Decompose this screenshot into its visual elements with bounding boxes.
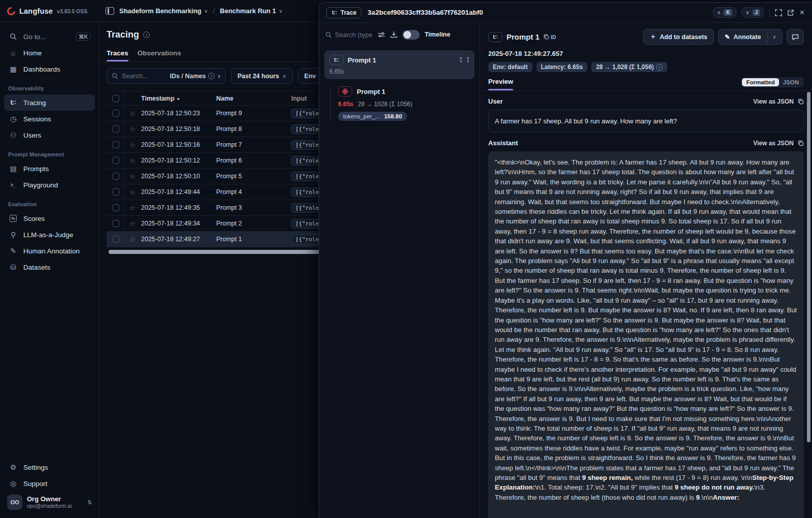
chat-bubble-icon: [792, 34, 799, 41]
goto-button[interactable]: Go to... ⌘K: [4, 28, 95, 45]
table-row[interactable]: ☆ 2025-07-18 12:50:16 Prompt 7 [{"role":…: [107, 137, 319, 153]
sidebar-item-home[interactable]: ⌂ Home: [4, 45, 95, 61]
expand-all-icon[interactable]: ∧∨: [459, 57, 462, 63]
copy-id-button[interactable]: ID: [544, 34, 556, 40]
table-row[interactable]: ☆ 2025-07-18 12:49:34 Prompt 2 [{"role":…: [107, 216, 319, 232]
col-timestamp[interactable]: Timestamp ▼: [140, 95, 216, 102]
tree-search-input[interactable]: Search (type: [325, 31, 373, 39]
select-all-checkbox[interactable]: [112, 95, 119, 102]
input-preview: [{"role":"user: [291, 235, 319, 244]
annotate-button[interactable]: ✎ Annotate ∨: [718, 29, 783, 45]
observation-timestamp: 2025-07-18 12:49:27.657: [488, 50, 804, 57]
table-row[interactable]: ☆ 2025-07-18 12:50:23 Prompt 9 [{"role":…: [107, 106, 319, 121]
row-checkbox[interactable]: [112, 110, 119, 117]
tab-preview[interactable]: Preview: [488, 78, 513, 90]
next-trace-button[interactable]: ∨ J: [741, 7, 764, 18]
account-menu[interactable]: OO Org Owner ops@shadeform.ai ⇅: [4, 492, 95, 513]
trace-panel-header: Trace 3a2bcef90633cff33b5a67f76201abf0 ∧…: [319, 3, 812, 23]
detail-tabs: Preview Formatted JSON: [480, 77, 812, 91]
tree-node-generation[interactable]: Prompt 1 6.65s 28 → 1028 (Σ 1056) tokens…: [330, 86, 480, 121]
star-icon[interactable]: ☆: [125, 188, 140, 196]
assistant-view-as-json[interactable]: View as JSON: [753, 140, 804, 147]
filter-sliders-icon[interactable]: [378, 31, 385, 38]
horizontal-scrollbar[interactable]: [109, 250, 319, 254]
tracing-page: Tracing i Traces Observations Search... …: [99, 22, 319, 518]
time-filter-button[interactable]: Past 24 hours ∨: [231, 68, 293, 84]
breadcrumb-run[interactable]: Benchmark Run 1 ∨: [220, 7, 282, 15]
sidebar-item-datasets[interactable]: ⛁ Datasets: [4, 259, 95, 275]
table-row[interactable]: ☆ 2025-07-18 12:49:44 Prompt 4 [{"role":…: [107, 184, 319, 200]
sidebar-item-playground[interactable]: >_ Playground: [4, 177, 95, 193]
download-icon[interactable]: [390, 31, 397, 38]
copy-icon: [544, 34, 549, 40]
info-icon: i: [656, 64, 663, 71]
star-icon[interactable]: ☆: [125, 141, 140, 149]
env-filter-button[interactable]: Env: [298, 68, 319, 84]
row-checkbox[interactable]: [112, 204, 119, 211]
user-view-as-json[interactable]: View as JSON: [753, 98, 804, 105]
comments-button[interactable]: [787, 29, 804, 45]
sidebar-item-human-annotation[interactable]: ✎ Human Annotation: [4, 243, 95, 259]
search-input[interactable]: Search... IDs / Names i ∨: [107, 68, 226, 84]
timeline-toggle[interactable]: [402, 30, 420, 40]
row-checkbox[interactable]: [112, 157, 119, 164]
formatted-option[interactable]: Formatted: [742, 78, 779, 86]
prev-trace-button[interactable]: ∧ K: [713, 7, 737, 18]
star-icon[interactable]: ☆: [125, 220, 140, 228]
row-checkbox[interactable]: [112, 220, 119, 227]
sidebar-item-dashboards[interactable]: ▦ Dashboards: [4, 61, 95, 77]
avatar: OO: [7, 495, 22, 510]
tokens-badge[interactable]: 28 → 1,028 (Σ 1,056) i: [591, 62, 667, 72]
star-icon[interactable]: ☆: [125, 204, 140, 212]
breadcrumb-project[interactable]: Shadeform Benchmarking ∨: [119, 7, 208, 15]
account-email: ops@shadeform.ai: [27, 503, 72, 509]
sessions-icon: ◷: [8, 115, 18, 123]
open-external-icon[interactable]: [787, 9, 794, 16]
sidebar-item-support[interactable]: ◎ Support: [4, 475, 95, 492]
sidebar-item-llm-as-a-judge[interactable]: ⚲ LLM-as-a-Judge: [4, 226, 95, 243]
add-to-datasets-button[interactable]: ＋ Add to datasets: [643, 29, 714, 45]
table-row[interactable]: ☆ 2025-07-18 12:50:12 Prompt 6 [{"role":…: [107, 153, 319, 169]
star-icon[interactable]: ☆: [125, 173, 140, 180]
tab-observations[interactable]: Observations: [138, 49, 181, 61]
table-row[interactable]: ☆ 2025-07-18 12:50:10 Prompt 5 [{"role":…: [107, 169, 319, 184]
maximize-icon[interactable]: [775, 9, 782, 16]
sidebar-toggle-icon[interactable]: [106, 7, 114, 15]
playground-icon: >_: [8, 182, 18, 188]
star-icon[interactable]: ☆: [125, 236, 140, 243]
sidebar-item-settings[interactable]: ⚙ Settings: [4, 459, 95, 475]
sidebar-item-users[interactable]: ⚇ Users: [4, 127, 95, 143]
input-preview: [{"role":"user: [291, 109, 319, 118]
page-title: Tracing i: [107, 29, 319, 40]
json-option[interactable]: JSON: [779, 78, 803, 86]
table-row-selected[interactable]: ☆ 2025-07-18 12:49:27 Prompt 1 [{"role":…: [107, 232, 319, 247]
table-header: Timestamp ▼ Name Input: [107, 91, 319, 106]
sidebar-item-prompts[interactable]: ▤ Prompts: [4, 160, 95, 177]
vertical-scrollbar[interactable]: [807, 92, 810, 442]
chevron-down-icon[interactable]: ∨: [772, 35, 776, 40]
sidebar-item-scores[interactable]: % Scores: [4, 210, 95, 226]
tab-traces[interactable]: Traces: [107, 49, 128, 61]
star-icon[interactable]: ☆: [125, 110, 140, 117]
copy-icon[interactable]: [798, 99, 804, 105]
pencil-icon: ✎: [725, 33, 730, 41]
sidebar-item-sessions[interactable]: ◷ Sessions: [4, 111, 95, 127]
section-prompt-management: Prompt Management: [8, 151, 91, 157]
star-icon[interactable]: ☆: [125, 125, 140, 133]
row-checkbox[interactable]: [112, 141, 119, 148]
row-checkbox[interactable]: [112, 236, 119, 243]
search-mode-select[interactable]: IDs / Names i ∨: [170, 73, 221, 80]
col-input[interactable]: Input: [291, 95, 319, 102]
close-icon[interactable]: ✕: [799, 9, 805, 16]
table-row[interactable]: ☆ 2025-07-18 12:50:18 Prompt 8 [{"role":…: [107, 121, 319, 137]
collapse-all-icon[interactable]: ∨∧: [466, 57, 469, 63]
col-name[interactable]: Name: [216, 95, 291, 102]
table-row[interactable]: ☆ 2025-07-18 12:49:35 Prompt 3 [{"role":…: [107, 200, 319, 216]
copy-icon[interactable]: [798, 140, 804, 146]
row-checkbox[interactable]: [112, 173, 119, 180]
star-icon[interactable]: ☆: [125, 157, 140, 165]
tree-node-root-selected[interactable]: Prompt 1 ∧∨ ∨∧ 6.65s: [324, 50, 475, 79]
row-checkbox[interactable]: [112, 125, 119, 133]
sidebar-item-tracing[interactable]: Tracing: [4, 94, 95, 111]
row-checkbox[interactable]: [112, 188, 119, 196]
